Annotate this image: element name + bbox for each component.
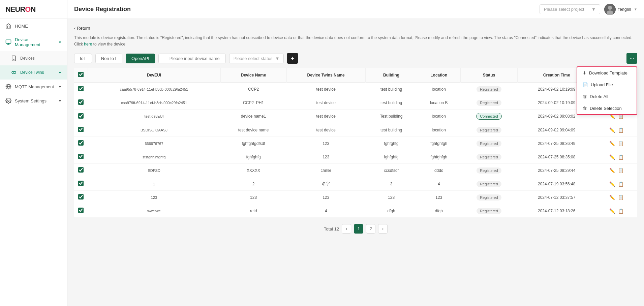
- view-icon[interactable]: 📋: [618, 208, 624, 214]
- row-building: fghfghfg: [365, 150, 417, 164]
- logo: NEURON: [0, 0, 67, 19]
- edit-icon[interactable]: ✏️: [609, 168, 615, 173]
- sidebar-item-mqtt[interactable]: MQTT Management ▼: [0, 80, 67, 94]
- table-row: BSDISUIOAASJ test device name test devic…: [74, 123, 637, 137]
- row-creation-time: 2024-07-12 03:37:57: [517, 191, 596, 204]
- row-actions: ✏️ 📋: [596, 164, 637, 177]
- header-twins-name: Device Twins Name: [286, 68, 365, 83]
- sidebar-item-device-management[interactable]: Device Management ▼: [0, 33, 67, 51]
- edit-icon[interactable]: ✏️: [609, 195, 615, 200]
- tab-non-iot[interactable]: Non IoT: [95, 54, 122, 63]
- page-2-button[interactable]: 2: [366, 224, 375, 234]
- project-placeholder: Please select project: [544, 7, 584, 12]
- return-arrow-icon: ‹: [74, 26, 75, 31]
- row-location: location: [417, 110, 461, 123]
- sidebar-item-home[interactable]: HOME: [0, 19, 67, 33]
- view-icon[interactable]: 📋: [618, 168, 624, 173]
- row-twins-name: test device: [286, 123, 365, 137]
- dropdown-delete-selection[interactable]: 🗑 Delete Selection: [577, 102, 637, 114]
- row-checkbox[interactable]: [78, 154, 84, 159]
- row-deveui: caa95578-6914-11ef-b3cb-000c29fa2451: [88, 83, 220, 96]
- dropdown-upload-label: Upload File: [591, 82, 613, 87]
- row-creation-time: 2024-07-25 08:36:49: [517, 137, 596, 150]
- row-location: location B: [417, 96, 461, 110]
- row-building: xcsdfsdf: [365, 164, 417, 177]
- add-button[interactable]: +: [287, 53, 298, 64]
- row-location: dfgh: [417, 204, 461, 218]
- table-row: SDFSD XXXXX chiller xcsdfsdf dddd Regist…: [74, 164, 637, 177]
- sidebar-item-system-settings[interactable]: System Settings ▼: [0, 94, 67, 108]
- project-selector[interactable]: Please select project ▼: [540, 4, 600, 14]
- tab-iot[interactable]: IoT: [74, 54, 92, 63]
- row-checkbox[interactable]: [78, 127, 84, 132]
- settings-icon: [5, 98, 11, 104]
- status-badge: Registered: [477, 127, 501, 133]
- row-checkbox[interactable]: [78, 113, 84, 119]
- more-button[interactable]: ···: [626, 53, 637, 64]
- svg-point-4: [14, 71, 16, 73]
- row-device-name: retd: [220, 204, 286, 218]
- edit-icon[interactable]: ✏️: [609, 141, 615, 146]
- header-right: Please select project ▼ fenglin ▼: [540, 4, 637, 15]
- logo-text: NEURON: [5, 5, 35, 14]
- svg-rect-0: [6, 40, 11, 43]
- row-checkbox[interactable]: [78, 86, 84, 91]
- sidebar-item-device-twins[interactable]: Device Twins ▼: [0, 65, 67, 80]
- row-checkbox[interactable]: [78, 181, 84, 186]
- row-location: location: [417, 83, 461, 96]
- toolbar: IoT Non IoT OpenAPI 🔍 Please select stat…: [74, 53, 637, 64]
- edit-icon[interactable]: ✏️: [609, 154, 615, 160]
- row-status: Registered: [461, 96, 518, 110]
- row-checkbox[interactable]: [78, 167, 84, 173]
- select-all-checkbox[interactable]: [78, 72, 84, 77]
- status-badge: Connected: [476, 113, 501, 120]
- view-icon[interactable]: 📋: [618, 127, 624, 133]
- view-icon[interactable]: 📋: [618, 141, 624, 146]
- search-input[interactable]: [158, 54, 226, 63]
- user-info[interactable]: fenglin ▼: [604, 4, 637, 15]
- edit-icon[interactable]: ✏️: [609, 127, 615, 133]
- row-checkbox[interactable]: [78, 99, 84, 105]
- row-checkbox[interactable]: [78, 208, 84, 213]
- view-icon[interactable]: 📋: [618, 154, 624, 160]
- row-checkbox[interactable]: [78, 194, 84, 200]
- row-device-name: CCP2_PH1: [220, 96, 286, 110]
- dropdown-download-template[interactable]: ⬇ Download Template: [577, 67, 637, 79]
- pagination: Total 12 ‹ 1 2 ›: [74, 224, 637, 237]
- dropdown-upload-file[interactable]: 📄 Upload File: [577, 79, 637, 91]
- row-checkbox-cell: [74, 83, 88, 96]
- description-text: This module is device registration. The …: [74, 35, 637, 48]
- row-twins-name: 123: [286, 191, 365, 204]
- header-checkbox-col: [74, 68, 88, 83]
- row-location: fghfghfgh: [417, 137, 461, 150]
- row-twins-name: 123: [286, 137, 365, 150]
- row-checkbox[interactable]: [78, 140, 84, 146]
- sidebar-item-devices-label: Devices: [20, 56, 35, 61]
- sidebar-item-device-management-label: Device Management: [15, 37, 55, 47]
- row-deveui: sfsfghhjhfghfg: [88, 150, 220, 164]
- page-title: Device Registration: [74, 6, 131, 13]
- prev-page-button[interactable]: ‹: [342, 224, 351, 234]
- status-badge: Registered: [477, 181, 501, 187]
- row-device-name: CCP2: [220, 83, 286, 96]
- status-select[interactable]: Please select status ▼: [229, 54, 284, 63]
- row-creation-time: 2024-07-19 03:56:48: [517, 177, 596, 191]
- row-building: Test building: [365, 110, 417, 123]
- dropdown-delete-all[interactable]: 🗑 Delete All: [577, 91, 637, 102]
- view-icon[interactable]: 📋: [618, 195, 624, 200]
- edit-icon[interactable]: ✏️: [609, 181, 615, 187]
- return-link[interactable]: ‹ Return: [74, 26, 637, 31]
- view-icon[interactable]: 📋: [618, 181, 624, 187]
- edit-icon[interactable]: ✏️: [609, 208, 615, 214]
- next-page-button[interactable]: ›: [378, 224, 388, 234]
- devices-icon: [11, 55, 17, 61]
- row-twins-name: test device: [286, 96, 365, 110]
- page-1-button[interactable]: 1: [354, 224, 363, 234]
- desc-link[interactable]: here: [84, 42, 92, 47]
- sidebar-item-devices[interactable]: Devices: [0, 51, 67, 65]
- svg-point-2: [13, 59, 14, 60]
- row-device-name: device name1: [220, 110, 286, 123]
- tab-openapi[interactable]: OpenAPI: [126, 54, 155, 63]
- row-actions: ✏️ 📋: [596, 191, 637, 204]
- row-checkbox-cell: [74, 110, 88, 123]
